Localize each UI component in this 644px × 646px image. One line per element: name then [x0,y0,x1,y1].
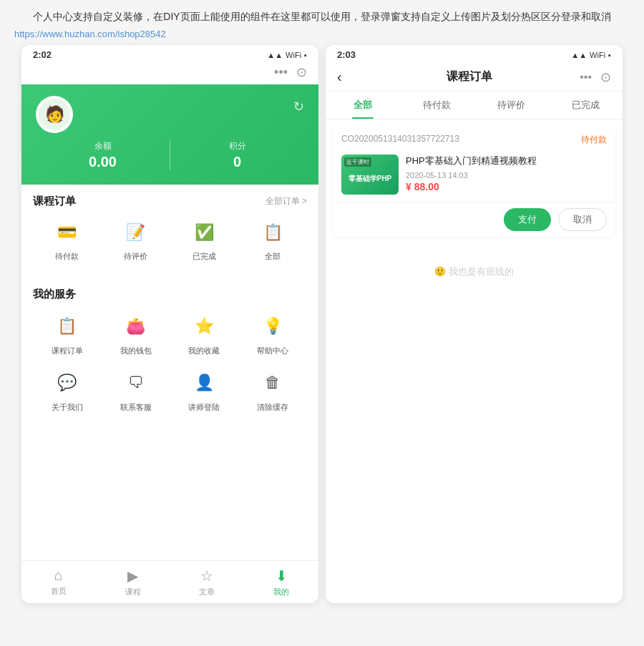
service-title: 我的服务 [33,288,76,301]
service-help-icon: 💡 [258,311,288,341]
tab-pending-review[interactable]: 待评价 [474,92,549,119]
right-page-header: ‹ 课程订单 ••• ⊙ [326,63,623,92]
right-wifi-icon: WiFi [590,51,605,59]
wifi-icon: WiFi [286,51,301,59]
order-icon-completed[interactable]: ✅ 已完成 [190,218,218,262]
cancel-button[interactable]: 取消 [558,208,607,231]
left-phone: 2:02 ▲▲ WiFi ▪ ••• ⊙ 🧑 ↻ 余额 0.00 [21,45,318,603]
order-card-footer: 支付 取消 [333,202,615,237]
order-card-body: 近千课时 零基础学PHP PHP零基础入门到精通视频教程 2020-05-13 … [333,150,615,202]
left-time: 2:02 [33,49,52,60]
left-status-icons: ▲▲ WiFi ▪ [267,51,307,59]
service-course-order[interactable]: 📋 课程订单 [33,311,102,356]
service-about-label: 关于我们 [52,402,83,413]
right-signal-icon: ▲▲ [571,51,587,59]
left-bottom-nav: ⌂ 首页 ▶ 课程 ☆ 文章 ⬇ 我的 [21,560,318,603]
balance-label: 余额 [36,140,170,152]
refresh-icon[interactable]: ↻ [293,99,304,114]
order-icon-pending-review[interactable]: 📝 待评价 [122,218,150,262]
right-scan-icon[interactable]: ⊙ [600,69,611,85]
avatar: 🧑 [36,96,73,133]
service-wallet-icon: 👛 [121,311,151,341]
course-name: PHP零基础入门到精通视频教程 [406,155,607,167]
order-card: CO2020051314031357722713 待付款 近千课时 零基础学PH… [333,127,615,237]
tab-pending-pay[interactable]: 待付款 [400,92,474,119]
course-price: ¥ 88.00 [406,181,607,192]
order-card-header: CO2020051314031357722713 待付款 [333,127,615,150]
all-icon: 📋 [258,218,287,247]
points-item: 积分 0 [170,140,304,170]
service-clear-cache-label: 清除缓存 [257,402,288,413]
service-contact-icon: 🗨 [121,368,151,398]
empty-hint-text: 🙂 我也是有底线的 [434,265,514,278]
service-course-order-label: 课程订单 [52,346,83,356]
nav-course[interactable]: ▶ 课程 [96,567,170,597]
right-phone: 2:03 ▲▲ WiFi ▪ ‹ 课程订单 ••• ⊙ 全部 待付款 [326,45,623,603]
nav-article[interactable]: ☆ 文章 [170,567,245,597]
balance-row: 余额 0.00 积分 0 [36,140,304,170]
more-icon[interactable]: ••• [274,65,288,80]
pending-pay-label: 待付款 [55,251,79,262]
all-orders-link[interactable]: 全部订单 > [265,195,307,207]
left-header-green: 🧑 ↻ 余额 0.00 积分 0 [21,84,318,185]
right-time: 2:03 [337,49,356,60]
nav-mine[interactable]: ⬇ 我的 [244,567,318,597]
left-top-icons: ••• ⊙ [21,63,318,84]
completed-label: 已完成 [192,251,216,262]
tab-all[interactable]: 全部 [326,92,400,119]
balance-value: 0.00 [36,154,170,170]
points-label: 积分 [170,140,304,152]
course-thumbnail: 近千课时 零基础学PHP [341,155,399,195]
order-icon-all[interactable]: 📋 全部 [258,218,287,262]
service-favorites[interactable]: ⭐ 我的收藏 [170,311,239,356]
service-course-order-icon: 📋 [52,311,82,341]
service-wallet[interactable]: 👛 我的钱包 [102,311,170,356]
back-button[interactable]: ‹ [337,69,358,85]
pending-review-icon: 📝 [122,218,150,247]
top-url: https://www.huzhan.com/ishop28542 [0,27,644,45]
nav-home-label: 首页 [51,586,67,597]
my-service-section: 我的服务 📋 课程订单 👛 我的钱包 ⭐ 我的收藏 💡 帮助中心 [21,278,318,423]
signal-icon: ▲▲ [267,51,283,59]
service-about[interactable]: 💬 关于我们 [33,368,102,413]
order-icon-pending-pay[interactable]: 💳 待付款 [53,218,82,262]
service-about-icon: 💬 [52,368,82,398]
scan-icon[interactable]: ⊙ [296,64,307,80]
service-instructor-label: 讲师登陆 [188,402,220,413]
tabs-row: 全部 待付款 待评价 已完成 [326,92,623,119]
tab-completed[interactable]: 已完成 [548,92,623,119]
completed-icon: ✅ [190,218,218,247]
service-favorites-icon: ⭐ [189,311,219,341]
course-info: PHP零基础入门到精通视频教程 2020-05-13 14:03 ¥ 88.00 [406,155,607,195]
nav-mine-label: 我的 [273,587,289,597]
order-id: CO2020051314031357722713 [341,134,459,146]
service-help[interactable]: 💡 帮助中心 [238,311,307,356]
thumb-badge: 近千课时 [344,157,371,167]
service-instructor[interactable]: 👤 讲师登陆 [170,368,239,413]
empty-hint: 🙂 我也是有底线的 [326,244,623,300]
top-description: 个人中心支持自定义装修，在DIY页面上能使用的组件在这里都可以使用，登录弹窗支持… [0,0,644,27]
course-date: 2020-05-13 14:03 [406,171,607,180]
avatar-inner: 🧑 [39,99,70,130]
service-help-label: 帮助中心 [257,346,288,356]
right-more-icon[interactable]: ••• [580,71,592,84]
order-status: 待付款 [581,134,607,146]
all-label: 全部 [265,251,280,262]
nav-article-label: 文章 [199,587,215,597]
section-title: 课程订单 [33,195,76,208]
service-wallet-label: 我的钱包 [120,346,152,356]
thumb-text: 零基础学PHP [346,171,395,186]
service-header: 我的服务 [33,288,307,301]
nav-home[interactable]: ⌂ 首页 [21,567,96,597]
right-status-bar: 2:03 ▲▲ WiFi ▪ [326,45,623,63]
pending-pay-icon: 💳 [53,218,82,247]
right-status-icons: ▲▲ WiFi ▪ [571,51,611,59]
course-icon: ▶ [127,567,138,584]
service-favorites-label: 我的收藏 [188,346,220,356]
left-status-bar: 2:02 ▲▲ WiFi ▪ [21,45,318,63]
service-contact[interactable]: 🗨 联系客服 [102,368,170,413]
pay-button[interactable]: 支付 [504,208,551,231]
right-header-icons: ••• ⊙ [580,69,611,85]
service-clear-cache[interactable]: 🗑 清除缓存 [238,368,307,413]
course-order-section: 课程订单 全部订单 > 💳 待付款 📝 待评价 ✅ 已完成 📋 [21,185,318,272]
